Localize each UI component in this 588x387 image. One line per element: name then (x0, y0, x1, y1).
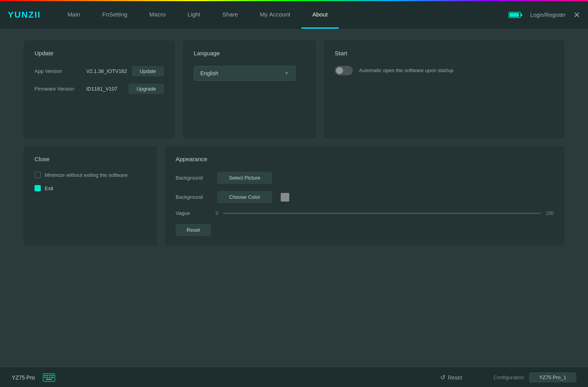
update-button[interactable]: Update (132, 66, 164, 76)
nav-bar: Main FnSetting Macro Light Share My Acco… (56, 1, 508, 29)
cards-row-top: Update App Version V2.1.38_IOTV162 Updat… (24, 40, 564, 138)
reset-icon: ↺ (440, 374, 445, 381)
main-content: Update App Version V2.1.38_IOTV162 Updat… (0, 29, 588, 367)
nav-item-light[interactable]: Light (177, 1, 212, 29)
svg-rect-2 (510, 13, 519, 17)
appearance-card: Appearance Background Select Picture Bac… (165, 146, 564, 245)
close-window-button[interactable]: ✕ (573, 11, 580, 19)
choose-color-button[interactable]: Choose Color (217, 191, 272, 203)
close-card: Close Minimize without exiting the softw… (24, 146, 157, 245)
top-bar: YUNZII Main FnSetting Macro Light Share … (0, 1, 588, 29)
vague-min-value: 0 (216, 211, 218, 216)
appearance-card-title: Appearance (176, 156, 554, 162)
svg-rect-12 (46, 379, 52, 380)
svg-rect-7 (51, 375, 54, 376)
app-version-label: App Version (34, 68, 82, 74)
language-selected-value: English (200, 70, 218, 76)
svg-rect-9 (47, 377, 48, 378)
nav-item-about[interactable]: About (301, 1, 339, 29)
minimize-label: Minimize without exiting the software (45, 172, 128, 178)
upgrade-button[interactable]: Upgrade (129, 84, 164, 94)
vague-slider[interactable] (223, 213, 541, 214)
app-version-row: App Version V2.1.38_IOTV162 Update (34, 66, 164, 76)
config-label: Configuration: (494, 374, 525, 380)
update-card: Update App Version V2.1.38_IOTV162 Updat… (24, 40, 175, 138)
bottom-bar: YZ75 Pro ↺ Reset Configuration: YZ75 Pro… (0, 367, 588, 387)
update-card-title: Update (34, 50, 164, 56)
start-card-title: Start (335, 50, 554, 56)
vague-row: Vague 0 100 (176, 210, 554, 216)
close-card-title: Close (34, 156, 146, 162)
background-picture-label: Background (176, 175, 211, 181)
nav-item-fnsetting[interactable]: FnSetting (91, 1, 138, 29)
app-version-value: V2.1.38_IOTV162 (86, 68, 127, 74)
startup-text: Automatic open the software upon startup (359, 67, 454, 74)
exit-label: Exit (45, 185, 53, 191)
exit-row: Exit (34, 185, 146, 191)
firmware-version-row: Firmware Version ID1181_V107 Upgrade (34, 84, 164, 94)
select-picture-button[interactable]: Select Picture (217, 172, 272, 184)
nav-item-share[interactable]: Share (211, 1, 249, 29)
firmware-version-value: ID1181_V107 (86, 86, 124, 92)
language-dropdown[interactable]: English ▼ (194, 66, 296, 81)
configuration-section: Configuration: YZ75 Pro_1 (494, 372, 576, 382)
language-card-title: Language (194, 50, 305, 56)
keyboard-icon (43, 373, 55, 382)
minimize-checkbox-row: Minimize without exiting the software (34, 172, 146, 178)
svg-rect-10 (49, 377, 51, 378)
choose-color-row: Background Choose Color (176, 191, 554, 203)
color-swatch[interactable] (281, 193, 289, 202)
svg-rect-4 (44, 375, 46, 376)
device-name: YZ75 Pro (12, 374, 35, 381)
exit-checkbox[interactable] (34, 185, 41, 191)
battery-icon (508, 11, 523, 18)
login-register-button[interactable]: Login/Register (530, 12, 566, 18)
background-color-label: Background (176, 194, 211, 200)
svg-rect-11 (51, 377, 54, 378)
toggle-thumb (336, 67, 343, 74)
svg-rect-5 (47, 375, 48, 376)
dropdown-arrow-icon: ▼ (284, 71, 289, 76)
svg-rect-8 (44, 377, 46, 378)
nav-item-main[interactable]: Main (56, 1, 91, 29)
language-card: Language English ▼ (183, 40, 316, 138)
appearance-reset-button[interactable]: Reset (176, 224, 211, 236)
startup-toggle[interactable] (335, 66, 353, 75)
top-right-controls: Login/Register ✕ (508, 11, 580, 19)
nav-item-myaccount[interactable]: My Account (249, 1, 301, 29)
vague-label: Vague (176, 210, 211, 216)
svg-rect-1 (521, 14, 522, 16)
minimize-checkbox[interactable] (34, 172, 41, 178)
reset-label: Reset (448, 374, 462, 381)
start-card: Start Automatic open the software upon s… (324, 40, 564, 138)
startup-row: Automatic open the software upon startup (335, 66, 554, 75)
logo: YUNZII (8, 10, 41, 20)
cards-row-bottom: Close Minimize without exiting the softw… (24, 146, 564, 245)
nav-item-macro[interactable]: Macro (138, 1, 177, 29)
reset-button-bottom[interactable]: ↺ Reset (440, 374, 462, 381)
firmware-version-label: Firmware Version (34, 86, 82, 92)
config-value[interactable]: YZ75 Pro_1 (529, 372, 576, 382)
select-picture-row: Background Select Picture (176, 172, 554, 184)
svg-rect-6 (49, 375, 51, 376)
vague-max-value: 100 (546, 211, 554, 216)
